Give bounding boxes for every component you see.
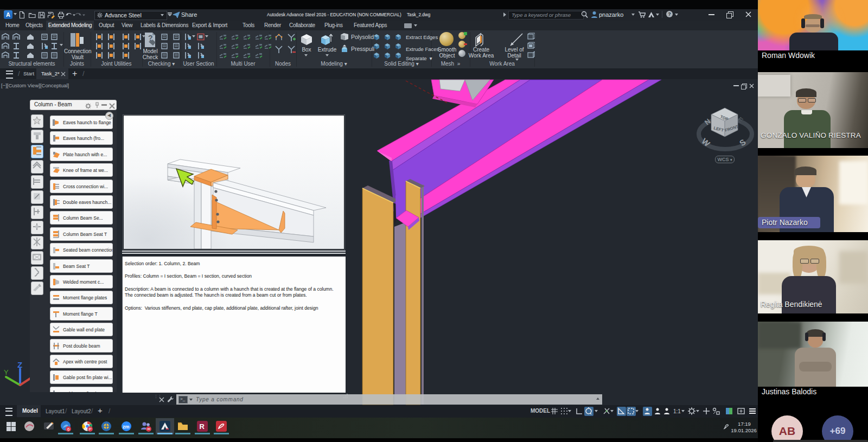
svg-text:P: P — [89, 427, 92, 432]
svg-text:Z: Z — [17, 360, 22, 369]
svg-text:R: R — [200, 422, 205, 431]
svg-text:zm: zm — [123, 424, 130, 430]
svg-text:6: 6 — [67, 427, 70, 432]
svg-text:1:1: 1:1 — [673, 408, 681, 414]
svg-text:Y: Y — [4, 368, 9, 376]
